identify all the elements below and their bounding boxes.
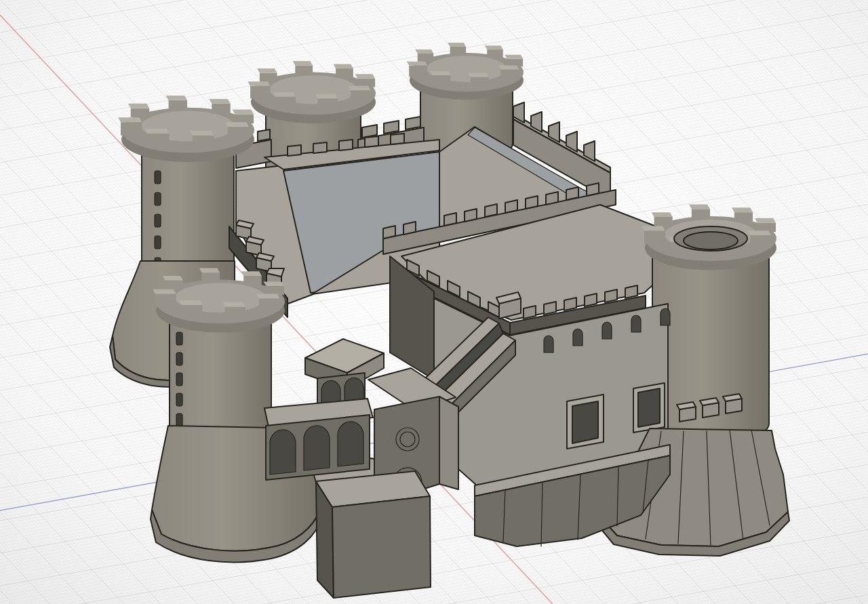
- cad-3d-viewport[interactable]: [0, 0, 868, 604]
- model-viewport-canvas[interactable]: [0, 0, 868, 604]
- front-box[interactable]: [316, 471, 431, 598]
